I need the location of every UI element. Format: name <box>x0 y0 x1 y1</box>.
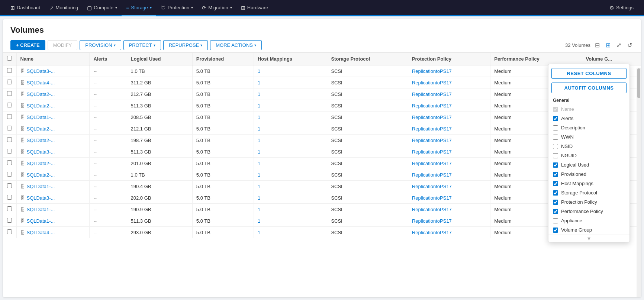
col-picker-checkbox-nsid[interactable] <box>553 144 558 149</box>
row-checkbox[interactable] <box>7 218 12 223</box>
nav-storage[interactable]: ≡ Storage ▾ <box>122 0 156 16</box>
row-checkbox-cell[interactable] <box>3 146 16 158</box>
row-checkbox[interactable] <box>7 149 12 154</box>
host-mappings-link[interactable]: 1 <box>258 184 260 189</box>
row-checkbox[interactable] <box>7 206 12 211</box>
refresh-icon[interactable]: ↺ <box>626 40 634 50</box>
col-picker-item-protection_policy[interactable]: Protection Policy <box>548 197 629 207</box>
volume-name-link[interactable]: SQLData3-... <box>27 149 55 155</box>
repurpose-button[interactable]: REPURPOSE ▾ <box>163 40 208 50</box>
host-mappings-link[interactable]: 1 <box>258 161 260 166</box>
volume-name-link[interactable]: SQLData2-... <box>27 161 55 166</box>
col-picker-item-appliance[interactable]: Appliance <box>548 216 629 225</box>
protection-policy-link[interactable]: ReplicationtoPS17 <box>412 195 452 201</box>
nav-protection[interactable]: 🛡 Protection ▾ <box>156 0 198 16</box>
protection-policy-link[interactable]: ReplicationtoPS17 <box>412 161 452 166</box>
row-checkbox-cell[interactable] <box>3 215 16 227</box>
volume-name-link[interactable]: SQLData3-... <box>27 195 55 201</box>
more-actions-button[interactable]: MORE ACTIONS ▾ <box>210 40 262 50</box>
protection-policy-link[interactable]: ReplicationtoPS17 <box>412 114 452 120</box>
host-mappings-link[interactable]: 1 <box>258 126 260 132</box>
volume-name-link[interactable]: SQLData2-... <box>27 103 55 109</box>
protection-policy-link[interactable]: ReplicationtoPS17 <box>412 68 452 74</box>
protection-policy-link[interactable]: ReplicationtoPS17 <box>412 126 452 132</box>
host-mappings-link[interactable]: 1 <box>258 138 260 143</box>
protect-button[interactable]: PROTECT ▾ <box>123 40 161 50</box>
col-picker-checkbox-alerts[interactable] <box>553 116 558 121</box>
protection-policy-link[interactable]: ReplicationtoPS17 <box>412 80 452 86</box>
row-checkbox-cell[interactable] <box>3 123 16 135</box>
volume-name-link[interactable]: SQLData1-... <box>27 207 55 212</box>
row-checkbox[interactable] <box>7 172 12 177</box>
row-checkbox[interactable] <box>7 68 12 73</box>
col-picker-scroll-down[interactable]: ▾ <box>548 235 629 242</box>
nav-dashboard[interactable]: ⊞ Dashboard <box>6 0 45 16</box>
protection-policy-link[interactable]: ReplicationtoPS17 <box>412 91 452 97</box>
col-picker-checkbox-storage_protocol[interactable] <box>553 190 558 196</box>
col-picker-checkbox-name[interactable] <box>553 107 558 112</box>
host-mappings-link[interactable]: 1 <box>258 80 260 86</box>
row-checkbox-cell[interactable] <box>3 100 16 112</box>
protection-policy-link[interactable]: ReplicationtoPS17 <box>412 184 452 189</box>
row-checkbox-cell[interactable] <box>3 112 16 123</box>
protection-policy-link[interactable]: ReplicationtoPS17 <box>412 230 452 235</box>
row-checkbox[interactable] <box>7 229 12 234</box>
row-checkbox[interactable] <box>7 91 12 96</box>
volume-name-link[interactable]: SQLData1-... <box>27 184 55 189</box>
col-picker-checkbox-appliance[interactable] <box>553 218 558 223</box>
row-checkbox[interactable] <box>7 137 12 142</box>
col-picker-item-performance_policy[interactable]: Performance Policy <box>548 207 629 216</box>
select-all-checkbox[interactable] <box>7 56 12 61</box>
host-mappings-link[interactable]: 1 <box>258 218 260 224</box>
row-checkbox-cell[interactable] <box>3 204 16 215</box>
row-checkbox[interactable] <box>7 183 12 188</box>
volume-name-link[interactable]: SQLData1-... <box>27 218 55 224</box>
col-picker-item-provisioned[interactable]: Provisioned <box>548 170 629 179</box>
export-icon[interactable]: ⤢ <box>615 40 623 50</box>
row-checkbox[interactable] <box>7 195 12 200</box>
col-picker-checkbox-wwn[interactable] <box>553 135 558 140</box>
col-picker-checkbox-nguid[interactable] <box>553 153 558 158</box>
autofit-columns-button[interactable]: AUTOFIT COLUMNS <box>551 83 627 93</box>
col-picker-checkbox-description[interactable] <box>553 125 558 130</box>
nav-compute[interactable]: ▢ Compute ▾ <box>83 0 122 16</box>
protection-policy-link[interactable]: ReplicationtoPS17 <box>412 149 452 155</box>
volume-name-link[interactable]: SQLData1-... <box>27 114 55 120</box>
nav-migration[interactable]: ⟳ Migration ▾ <box>197 0 236 16</box>
col-picker-item-storage_protocol[interactable]: Storage Protocol <box>548 188 629 197</box>
table-right-scrollbar[interactable] <box>637 68 641 297</box>
volume-name-link[interactable]: SQLData4-... <box>27 80 55 86</box>
row-checkbox-cell[interactable] <box>3 227 16 238</box>
row-checkbox-cell[interactable] <box>3 192 16 204</box>
row-checkbox-cell[interactable] <box>3 77 16 88</box>
nav-monitoring[interactable]: ↗ Monitoring <box>45 0 83 16</box>
provision-button[interactable]: PROVISION ▾ <box>80 40 121 50</box>
row-checkbox-cell[interactable] <box>3 88 16 100</box>
col-picker-checkbox-volume_group[interactable] <box>553 228 558 233</box>
col-picker-checkbox-protection_policy[interactable] <box>553 200 558 205</box>
col-picker-item-nsid[interactable]: NSID <box>548 142 629 151</box>
host-mappings-link[interactable]: 1 <box>258 149 260 155</box>
col-picker-item-alerts[interactable]: Alerts <box>548 114 629 123</box>
volume-name-link[interactable]: SQLData2-... <box>27 91 55 97</box>
col-picker-item-description[interactable]: Description <box>548 123 629 132</box>
row-checkbox-cell[interactable] <box>3 65 16 77</box>
row-checkbox-cell[interactable] <box>3 181 16 192</box>
row-checkbox[interactable] <box>7 80 12 84</box>
volume-name-link[interactable]: SQLData2-... <box>27 172 55 178</box>
col-picker-item-nguid[interactable]: NGUID <box>548 151 629 160</box>
row-checkbox[interactable] <box>7 160 12 165</box>
host-mappings-link[interactable]: 1 <box>258 91 260 97</box>
col-picker-item-volume_group[interactable]: Volume Group <box>548 225 629 235</box>
host-mappings-link[interactable]: 1 <box>258 114 260 120</box>
modify-button[interactable]: MODIFY <box>48 40 78 50</box>
filter-icon[interactable]: ⊟ <box>593 40 601 50</box>
col-picker-item-name[interactable]: Name <box>548 104 629 114</box>
volume-name-link[interactable]: SQLData4-... <box>27 230 55 235</box>
nav-settings[interactable]: ⚙ Settings <box>605 0 638 16</box>
protection-policy-link[interactable]: ReplicationtoPS17 <box>412 207 452 212</box>
protection-policy-link[interactable]: ReplicationtoPS17 <box>412 138 452 143</box>
protection-policy-link[interactable]: ReplicationtoPS17 <box>412 172 452 178</box>
col-picker-item-wwn[interactable]: WWN <box>548 132 629 142</box>
volume-name-link[interactable]: SQLData2-... <box>27 126 55 132</box>
